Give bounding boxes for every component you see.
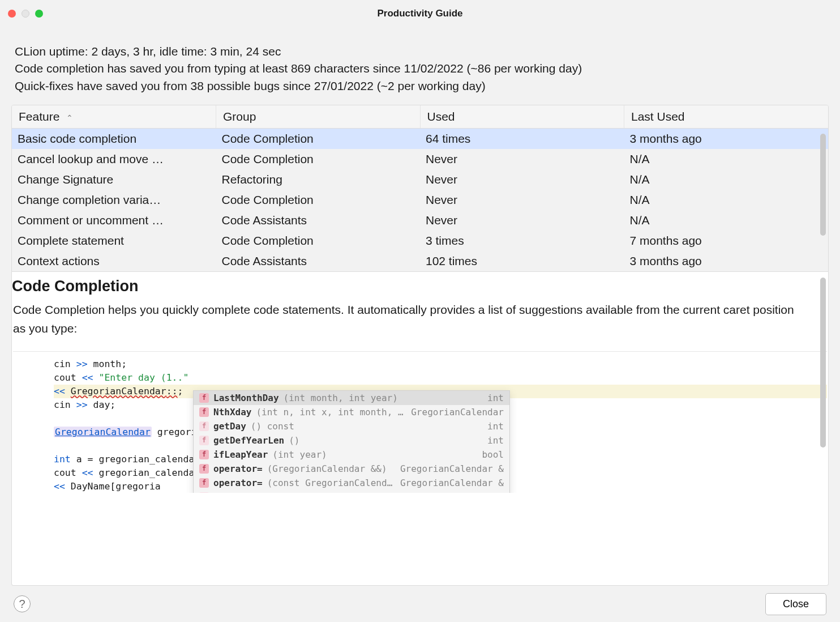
dialog-footer: ? Close bbox=[0, 586, 840, 622]
completion-signature: (int day) bbox=[267, 491, 478, 493]
table-scrollbar[interactable] bbox=[820, 134, 826, 236]
function-icon: f bbox=[199, 407, 209, 417]
feature-detail: Code Completion Code Completion helps yo… bbox=[11, 272, 829, 586]
detail-title: Code Completion bbox=[12, 278, 827, 301]
traffic-lights bbox=[8, 10, 43, 18]
completion-item[interactable]: fLastMonthDay(int month, int year)int bbox=[194, 391, 509, 405]
completion-signature: () const bbox=[251, 420, 483, 433]
completion-signature: (int n, int x, int month, int … bbox=[256, 406, 406, 419]
cell-group: Code Completion bbox=[216, 129, 421, 150]
summary-block: CLion uptime: 2 days, 3 hr, idle time: 3… bbox=[0, 27, 840, 103]
function-icon: f bbox=[199, 393, 209, 403]
completion-return: int bbox=[487, 420, 504, 433]
cell-feature: Complete statement bbox=[12, 231, 216, 251]
detail-scrollbar[interactable] bbox=[820, 278, 826, 580]
cell-last: N/A bbox=[624, 190, 829, 210]
cell-feature: Change Signature bbox=[12, 169, 216, 190]
completion-return: GregorianCalendar bbox=[411, 406, 504, 419]
completion-return: GregorianCalendar & bbox=[400, 476, 504, 489]
cell-feature: Basic code completion bbox=[12, 129, 216, 150]
completion-return: GregorianCalendar & bbox=[400, 462, 504, 475]
function-icon: f bbox=[199, 450, 209, 459]
completion-name: operator= bbox=[213, 462, 263, 475]
completion-name: resetDate bbox=[213, 491, 263, 493]
col-used[interactable]: Used bbox=[420, 105, 624, 129]
completion-name: NthXday bbox=[213, 406, 251, 419]
table-row[interactable]: Cancel lookup and move …Code CompletionN… bbox=[12, 149, 828, 169]
completion-item[interactable]: fresetDate(int day)void bbox=[194, 490, 509, 493]
completion-item[interactable]: fNthXday(int n, int x, int month, int …G… bbox=[194, 405, 509, 419]
cell-last: N/A bbox=[624, 169, 829, 190]
completion-name: getDefYearLen bbox=[213, 434, 284, 447]
col-group-label: Group bbox=[223, 110, 256, 123]
table-row[interactable]: Change completion varia…Code CompletionN… bbox=[12, 190, 828, 210]
completion-name: LastMonthDay bbox=[213, 391, 279, 404]
cell-used: 102 times bbox=[420, 251, 624, 271]
table-row[interactable]: Basic code completionCode Completion64 t… bbox=[12, 129, 828, 150]
table-row[interactable]: Comment or uncomment …Code AssistantsNev… bbox=[12, 210, 828, 231]
cell-feature: Cancel lookup and move … bbox=[12, 149, 216, 169]
completion-return: bool bbox=[482, 448, 504, 461]
cell-group: Code Completion bbox=[216, 231, 421, 251]
cell-used: 64 times bbox=[420, 129, 624, 150]
cell-feature: Change completion varia… bbox=[12, 190, 216, 210]
completion-signature: (GregorianCalendar &&) bbox=[267, 462, 396, 475]
table-row[interactable]: Complete statementCode Completion3 times… bbox=[12, 231, 828, 251]
cell-used: Never bbox=[420, 210, 624, 231]
detail-body: Code Completion helps you quickly comple… bbox=[13, 301, 827, 348]
cell-used: Never bbox=[420, 149, 624, 169]
completion-return: int bbox=[487, 434, 504, 447]
completion-name: getDay bbox=[213, 420, 246, 433]
completion-signature: (const GregorianCalendar &) bbox=[267, 476, 396, 489]
table-row[interactable]: Change SignatureRefactoringNeverN/A bbox=[12, 169, 828, 190]
table-row[interactable]: Context actionsCode Assistants102 times3… bbox=[12, 251, 828, 271]
help-icon: ? bbox=[19, 598, 25, 611]
cell-last: N/A bbox=[624, 210, 829, 231]
help-button[interactable]: ? bbox=[14, 595, 31, 612]
completion-item[interactable]: fgetDay() constint bbox=[194, 419, 509, 433]
completion-signature: () bbox=[289, 434, 483, 447]
titlebar: Productivity Guide bbox=[0, 0, 840, 27]
col-used-label: Used bbox=[427, 110, 455, 123]
cell-feature: Comment or uncomment … bbox=[12, 210, 216, 231]
cell-used: 3 times bbox=[420, 231, 624, 251]
summary-uptime: CLion uptime: 2 days, 3 hr, idle time: 3… bbox=[15, 43, 825, 60]
cell-last: 7 months ago bbox=[624, 231, 829, 251]
completion-return: void bbox=[482, 491, 504, 493]
cell-group: Code Assistants bbox=[216, 210, 421, 231]
code-gutter bbox=[13, 352, 45, 493]
completion-item[interactable]: foperator=(const GregorianCalendar &)Gre… bbox=[194, 476, 509, 490]
function-icon: f bbox=[199, 436, 209, 445]
window-title: Productivity Guide bbox=[0, 8, 840, 19]
col-feature[interactable]: Feature ⌃ bbox=[12, 105, 216, 129]
col-group[interactable]: Group bbox=[216, 105, 421, 129]
function-icon: f bbox=[199, 464, 209, 474]
completion-popup[interactable]: fLastMonthDay(int month, int year)intfNt… bbox=[193, 390, 510, 493]
cell-feature: Context actions bbox=[12, 251, 216, 271]
window-close-icon[interactable] bbox=[8, 10, 16, 18]
function-icon: f bbox=[199, 478, 209, 488]
col-last-used-label: Last Used bbox=[631, 110, 685, 123]
cell-group: Refactoring bbox=[216, 169, 421, 190]
cell-group: Code Completion bbox=[216, 190, 421, 210]
cell-last: 3 months ago bbox=[624, 251, 829, 271]
completion-name: ifLeapYear bbox=[213, 448, 268, 461]
window-maximize-icon[interactable] bbox=[35, 10, 43, 18]
window-minimize-icon[interactable] bbox=[22, 10, 29, 18]
completion-signature: (int year) bbox=[272, 448, 477, 461]
completion-name: operator= bbox=[213, 476, 263, 489]
feature-table: Feature ⌃ Group Used Last Used Basic cod… bbox=[11, 105, 829, 272]
col-feature-label: Feature bbox=[19, 110, 59, 123]
code-sample: cin >> month; cout << "Enter day (1.." <… bbox=[13, 351, 827, 493]
summary-completion: Code completion has saved you from typin… bbox=[15, 60, 825, 77]
completion-item[interactable]: fgetDefYearLen()int bbox=[194, 433, 509, 448]
cell-last: 3 months ago bbox=[624, 129, 829, 150]
completion-item[interactable]: foperator=(GregorianCalendar &&)Gregoria… bbox=[194, 462, 509, 476]
sort-asc-icon: ⌃ bbox=[66, 113, 73, 122]
col-last-used[interactable]: Last Used bbox=[624, 105, 829, 129]
completion-item[interactable]: fifLeapYear(int year)bool bbox=[194, 448, 509, 462]
cell-last: N/A bbox=[624, 149, 829, 169]
cell-used: Never bbox=[420, 169, 624, 190]
close-button[interactable]: Close bbox=[765, 593, 826, 615]
cell-group: Code Completion bbox=[216, 149, 421, 169]
